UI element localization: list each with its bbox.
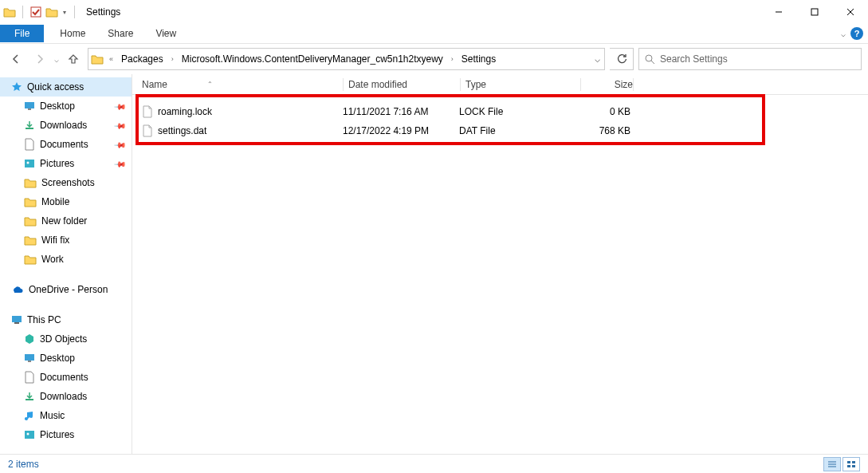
- svg-rect-13: [14, 322, 19, 324]
- col-size[interactable]: Size: [615, 79, 633, 90]
- sidebar-item-label: Music: [40, 410, 65, 421]
- svg-rect-22: [847, 461, 850, 463]
- help-icon[interactable]: ?: [850, 27, 863, 40]
- sidebar-item-desktop[interactable]: Desktop📌: [0, 97, 132, 116]
- file-tab[interactable]: File: [0, 25, 44, 42]
- address-folder-icon: [88, 53, 106, 65]
- documents-icon: [24, 371, 35, 384]
- sidebar-item-pictures[interactable]: Pictures📌: [0, 154, 132, 173]
- pictures-icon: [24, 159, 35, 168]
- address-bar[interactable]: « Packages › Microsoft.Windows.ContentDe…: [88, 48, 605, 70]
- sidebar-item-pc-pictures[interactable]: Pictures: [0, 425, 132, 444]
- file-row[interactable]: roaming.lock 11/11/2021 7:16 AM LOCK Fil…: [132, 103, 868, 120]
- folder-icon: [3, 6, 16, 18]
- svg-point-11: [27, 162, 29, 164]
- sidebar-item-label: Work: [41, 254, 64, 265]
- cloud-icon: [11, 285, 24, 294]
- sidebar: Quick access Desktop📌 Downloads📌 Documen…: [0, 74, 132, 454]
- svg-rect-25: [852, 465, 855, 467]
- chevron-right-icon[interactable]: ›: [448, 55, 457, 63]
- file-size: 768 KB: [599, 125, 630, 136]
- refresh-button[interactable]: [610, 48, 634, 70]
- pictures-icon: [24, 430, 35, 439]
- file-type: LOCK File: [459, 106, 503, 117]
- sidebar-item-label: Desktop: [40, 353, 75, 364]
- tab-home[interactable]: Home: [49, 25, 96, 42]
- folder-icon: [24, 235, 37, 246]
- sidebar-quick-access[interactable]: Quick access: [0, 77, 132, 97]
- tab-share[interactable]: Share: [96, 25, 144, 42]
- download-icon: [24, 120, 35, 131]
- view-thumbnails-button[interactable]: [842, 457, 860, 471]
- sidebar-onedrive[interactable]: OneDrive - Person: [0, 280, 132, 299]
- main-area: Quick access Desktop📌 Downloads📌 Documen…: [0, 74, 868, 454]
- sidebar-item-work[interactable]: Work: [0, 250, 132, 269]
- svg-rect-15: [28, 361, 31, 362]
- music-icon: [24, 410, 35, 421]
- status-bar: 2 items: [0, 454, 868, 473]
- view-details-button[interactable]: [823, 457, 841, 471]
- search-icon: [644, 53, 655, 65]
- file-date: 11/11/2021 7:16 AM: [343, 106, 428, 117]
- breadcrumb-seg-1[interactable]: Microsoft.Windows.ContentDeliveryManager…: [177, 53, 448, 65]
- recent-locations-icon[interactable]: ⌵: [54, 55, 59, 64]
- sidebar-item-label: Downloads: [40, 391, 87, 402]
- up-button[interactable]: [64, 49, 83, 69]
- sidebar-item-label: Mobile: [41, 196, 69, 207]
- documents-icon: [24, 138, 35, 151]
- forward-button[interactable]: [30, 49, 49, 69]
- tab-view[interactable]: View: [144, 25, 187, 42]
- svg-rect-14: [25, 354, 34, 361]
- col-date[interactable]: Date modified: [348, 79, 407, 90]
- svg-rect-0: [31, 7, 41, 17]
- sidebar-item-mobile[interactable]: Mobile: [0, 192, 132, 211]
- back-button[interactable]: [6, 49, 26, 69]
- sidebar-item-wififix[interactable]: Wifi fix: [0, 231, 132, 250]
- ribbon-collapse-icon[interactable]: ⌵: [841, 30, 846, 38]
- chevron-right-icon[interactable]: ›: [168, 55, 177, 63]
- sidebar-item-3dobjects[interactable]: 3D Objects: [0, 329, 132, 349]
- close-button[interactable]: [832, 0, 868, 24]
- checkbox-icon[interactable]: [29, 6, 42, 18]
- search-placeholder: Search Settings: [660, 53, 728, 65]
- breadcrumb-seg-0[interactable]: Packages: [116, 53, 168, 65]
- folder-icon: [24, 254, 37, 265]
- sort-indicator-icon: ⌃: [207, 81, 213, 88]
- folder-icon: [24, 177, 37, 188]
- status-text: 2 items: [8, 459, 39, 470]
- breadcrumb-overflow[interactable]: «: [106, 55, 116, 63]
- file-icon: [142, 105, 153, 118]
- file-row[interactable]: settings.dat 12/17/2022 4:19 PM DAT File…: [132, 122, 868, 140]
- qat-dropdown-icon[interactable]: ▾: [61, 9, 68, 16]
- file-size: 0 KB: [610, 106, 630, 117]
- maximize-button[interactable]: [796, 0, 832, 24]
- sidebar-item-downloads[interactable]: Downloads📌: [0, 116, 132, 135]
- sidebar-item-label: Wifi fix: [41, 235, 69, 246]
- minimize-button[interactable]: [760, 0, 796, 24]
- svg-rect-10: [25, 160, 34, 168]
- sidebar-item-documents[interactable]: Documents📌: [0, 135, 132, 154]
- sidebar-item-pc-downloads[interactable]: Downloads: [0, 387, 132, 406]
- address-row: ⌵ « Packages › Microsoft.Windows.Content…: [0, 44, 868, 74]
- sidebar-this-pc[interactable]: This PC: [0, 310, 132, 329]
- file-type: DAT File: [459, 125, 496, 136]
- cube-icon: [24, 333, 35, 345]
- svg-rect-2: [811, 9, 818, 15]
- sidebar-item-pc-desktop[interactable]: Desktop: [0, 349, 132, 368]
- col-name[interactable]: Name: [142, 79, 167, 90]
- sidebar-item-newfolder[interactable]: New folder: [0, 211, 132, 231]
- ribbon-tabs: File Home Share View ⌵ ?: [0, 24, 868, 44]
- col-type[interactable]: Type: [465, 79, 486, 90]
- sidebar-item-label: This PC: [27, 314, 61, 325]
- svg-rect-12: [12, 316, 22, 322]
- sidebar-item-pc-music[interactable]: Music: [0, 406, 132, 425]
- sidebar-item-label: Documents: [40, 139, 88, 150]
- search-box[interactable]: Search Settings: [638, 48, 862, 70]
- sidebar-item-pc-documents[interactable]: Documents: [0, 368, 132, 387]
- address-dropdown-icon[interactable]: ⌵: [590, 53, 604, 65]
- sidebar-item-screenshots[interactable]: Screenshots: [0, 173, 132, 192]
- breadcrumb-seg-2[interactable]: Settings: [457, 53, 501, 65]
- pin-icon: 📌: [114, 138, 127, 151]
- svg-rect-7: [25, 102, 34, 108]
- sidebar-item-label: Desktop: [40, 101, 75, 112]
